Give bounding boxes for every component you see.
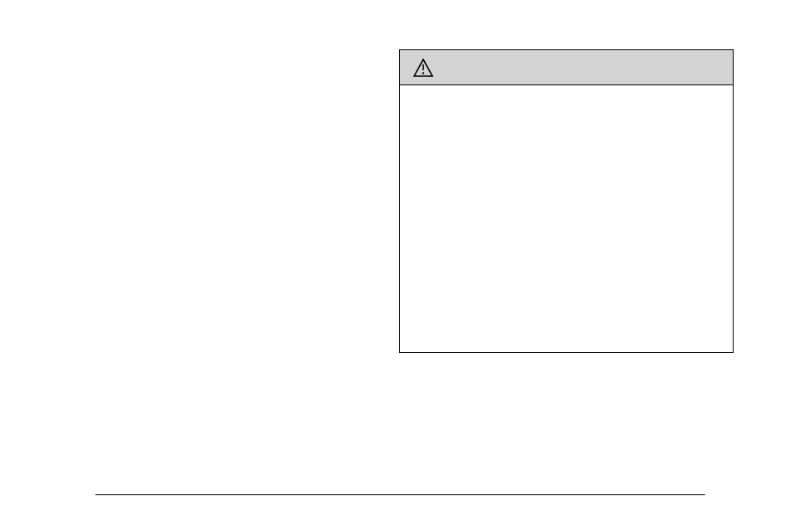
callout-body [400, 85, 733, 352]
svg-point-2 [422, 72, 424, 74]
callout-box [399, 49, 734, 353]
warning-triangle-icon [413, 59, 433, 77]
footer-rule [95, 494, 705, 495]
callout-header [400, 50, 733, 85]
